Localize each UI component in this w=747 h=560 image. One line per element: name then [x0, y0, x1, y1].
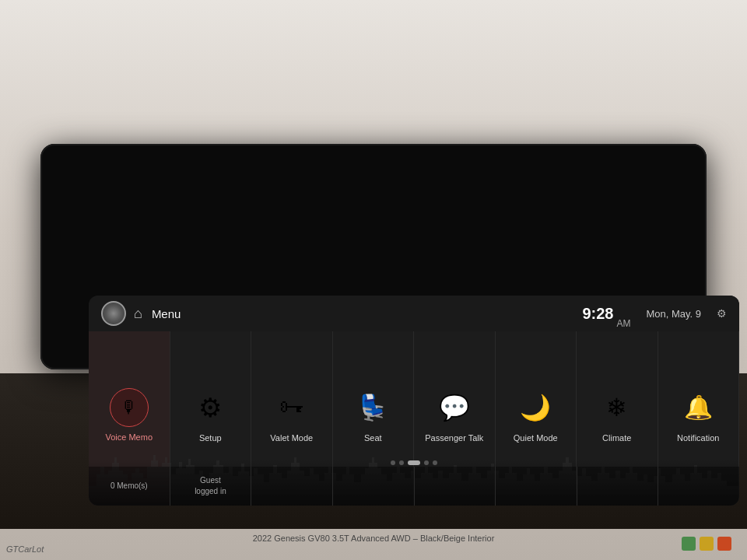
genesis-logo-circle [101, 301, 126, 326]
climate-label: Climate [602, 432, 631, 443]
pagination-dot-1 [391, 460, 395, 465]
swatch-orange [717, 537, 731, 551]
screen-bezel: ⌂ Menu 9:28 AM Mon, May. 9 ⚙︎ 🎙 Voice Me… [40, 144, 707, 369]
pagination-dot-5 [433, 460, 437, 465]
passenger-talk-icon: 💬 [434, 387, 475, 428]
bottom-cell-6 [496, 467, 577, 506]
setup-icon: ⚙ [190, 387, 230, 428]
menu-grid: 🎙 Voice Memo ⚙ Setup 🗝 Valet Mode 💺 Seat… [89, 331, 739, 506]
seat-label: Seat [364, 432, 382, 443]
valet-mode-label: Valet Mode [270, 432, 313, 443]
time-ampm: AM [616, 318, 630, 331]
pagination-dot-3 [408, 460, 420, 465]
time-display: 9:28 [582, 305, 613, 323]
memo-count-cell: 0 Memo(s) [89, 467, 170, 506]
bottom-info-strip: 0 Memo(s) Guestlogged in [89, 467, 739, 506]
login-status-cell: Guestlogged in [170, 467, 252, 506]
bottom-cell-8 [658, 467, 739, 506]
climate-icon: ❄ [597, 387, 637, 428]
notification-icon: 🔔 [678, 387, 718, 428]
passenger-talk-label: Passenger Talk [425, 432, 483, 443]
seat-icon: 💺 [352, 387, 393, 428]
pagination-dot-2 [399, 460, 404, 465]
home-icon[interactable]: ⌂ [134, 306, 142, 322]
swatch-yellow [700, 537, 714, 551]
date-display: Mon, May. 9 [646, 308, 701, 320]
pagination-dot-4 [424, 460, 429, 465]
menu-title: Menu [152, 307, 181, 320]
quiet-mode-icon: 🌙 [515, 387, 556, 428]
page-caption: 2022 Genesis GV80 3.5T Advanced AWD – Bl… [253, 534, 495, 543]
color-swatches [682, 537, 731, 551]
watermark: GTCarLot [6, 544, 44, 554]
notification-label: Notification [677, 432, 719, 443]
memo-count-text: 0 Memo(s) [110, 481, 148, 492]
valet-mode-icon: 🗝 [272, 387, 312, 428]
voice-memo-icon: 🎙 [110, 388, 149, 427]
bottom-cell-7 [577, 467, 659, 506]
voice-memo-label: Voice Memo [105, 432, 153, 443]
screen-topbar: ⌂ Menu 9:28 AM Mon, May. 9 ⚙︎ [89, 296, 739, 331]
settings-icon[interactable]: ⚙︎ [717, 307, 727, 320]
setup-label: Setup [199, 432, 222, 443]
swatch-green [682, 537, 696, 551]
pagination-dots [391, 460, 437, 465]
bottom-cell-4 [333, 467, 415, 506]
bottom-cell-5 [415, 467, 496, 506]
infotainment-screen: ⌂ Menu 9:28 AM Mon, May. 9 ⚙︎ 🎙 Voice Me… [89, 296, 739, 506]
bottom-cell-3 [251, 467, 333, 506]
quiet-mode-label: Quiet Mode [514, 432, 558, 443]
login-status-text: Guestlogged in [195, 475, 226, 497]
